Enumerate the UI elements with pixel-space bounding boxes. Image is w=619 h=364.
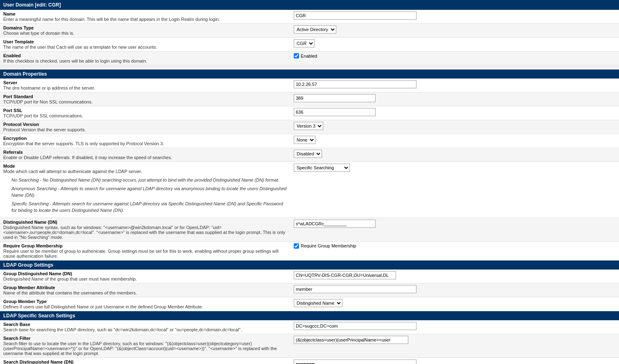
- name-row: Name Enter a meaningful name for this do…: [0, 10, 619, 24]
- ldap-group-settings-header: LDAP Group Settings: [0, 261, 619, 270]
- enabled-label: Enabled: [3, 53, 287, 58]
- ldap-specific-search-header: LDAP Specific Search Settings: [0, 311, 619, 320]
- protocol-version-input-cell: Version 2 Version 3: [290, 120, 619, 134]
- referrals-row: Referrals Enable or Disable LDAP referra…: [0, 148, 619, 162]
- group-dn-input-cell: [290, 270, 619, 283]
- server-input[interactable]: [294, 80, 416, 88]
- domains-type-label-cell: Domains Type Choose what type of domain …: [0, 24, 290, 38]
- port-standard-label-cell: Port Standard TCP/UDP port for Non SSL c…: [0, 92, 290, 106]
- user-template-row: User Template The name of the user that …: [0, 38, 619, 52]
- require-group-membership-input-cell: Require Group Membership: [290, 241, 619, 260]
- search-base-label: Search Base: [3, 322, 287, 327]
- group-member-attribute-desc: Name of the attribute that contains the …: [3, 290, 137, 295]
- group-member-type-select[interactable]: Distingished Name Username: [294, 299, 342, 307]
- port-standard-input-cell: [290, 92, 619, 106]
- user-template-desc: The name of the user that Cacti will use…: [3, 45, 157, 49]
- referrals-label: Referrals: [3, 150, 287, 155]
- referrals-select[interactable]: Disabled Enabled: [294, 150, 322, 158]
- protocol-version-label: Protocol Version: [3, 122, 287, 127]
- require-group-membership-row: Require Group Membership Require user to…: [0, 241, 619, 260]
- server-desc: The dns hostname or ip address of the se…: [3, 85, 95, 90]
- group-member-type-label-cell: Group Member Type Defines if users use f…: [0, 297, 290, 311]
- page-wrapper: User Domain [edit: CGR] Name Enter a mea…: [0, 0, 619, 364]
- search-dn-label: Search Distinguished Name (DN): [3, 360, 287, 364]
- search-filter-label: Search Filter: [3, 336, 287, 341]
- group-dn-row: Group Distinguished Name (DN) Distinguis…: [0, 270, 619, 283]
- port-ssl-label-cell: Port SSL TCP/UDP port for SSL communicat…: [0, 106, 290, 120]
- search-dn-input-cell: [290, 357, 619, 364]
- referrals-input-cell: Disabled Enabled: [290, 148, 619, 162]
- search-filter-row: Search Filter Search filter to use to lo…: [0, 334, 619, 357]
- group-member-type-row: Group Member Type Defines if users use f…: [0, 297, 619, 311]
- group-member-type-input-cell: Distingished Name Username: [290, 297, 619, 311]
- name-desc: Enter a meaningful name for this domain.…: [3, 17, 220, 22]
- search-filter-desc: Search filter to use to locate the user …: [3, 341, 277, 356]
- search-dn-input[interactable]: [294, 360, 416, 364]
- name-input-cell: [290, 10, 619, 24]
- search-filter-input[interactable]: [294, 336, 408, 344]
- port-standard-input[interactable]: [294, 94, 376, 102]
- require-group-membership-desc: Require user to be member of group to au…: [3, 249, 279, 258]
- enabled-checkbox-row: Enabled: [294, 53, 616, 58]
- distinguished-name-desc: Distinguished Name syntax, such as for w…: [3, 225, 285, 240]
- name-input[interactable]: [294, 11, 416, 20]
- enabled-row: Enabled If this checkbox is checked, use…: [0, 52, 619, 65]
- referrals-label-cell: Referrals Enable or Disable LDAP referra…: [0, 148, 290, 162]
- search-dn-row: Search Distinguished Name (DN) Distingui…: [0, 357, 619, 364]
- domains-type-input-cell: Active Directory LDAP: [290, 24, 619, 38]
- mode-select[interactable]: No Searching Anonymous Searching Specifi…: [294, 164, 350, 172]
- port-standard-label: Port Standard: [3, 94, 287, 99]
- mode-main-desc: Mode which cacti will attempt to autheni…: [3, 169, 142, 174]
- group-member-type-desc: Defines if users use full Distingished N…: [3, 304, 203, 309]
- encryption-label-cell: Encryption Encryption that the server su…: [0, 134, 290, 148]
- encryption-input-cell: None SSL TLS: [290, 134, 619, 148]
- encryption-desc: Encryption that the server supports. TLS…: [3, 141, 164, 146]
- server-row: Server The dns hostname or ip address of…: [0, 79, 619, 92]
- protocol-version-label-cell: Protocol Version Protocol Version that t…: [0, 120, 290, 134]
- require-group-membership-checkbox-row: Require Group Membership: [294, 243, 616, 249]
- group-member-attribute-label-cell: Group Member Attribute Name of the attri…: [0, 283, 290, 297]
- port-ssl-label: Port SSL: [3, 108, 287, 113]
- group-dn-desc: Distinguished Name of the group that use…: [3, 276, 137, 281]
- user-template-select[interactable]: CGR: [294, 39, 315, 47]
- port-standard-desc: TCP/UDP port for Non SSL communications.: [3, 99, 92, 104]
- page-title: User Domain [edit: CGR]: [0, 0, 619, 10]
- mode-no-searching-desc: No Searching - No Distinguished Name (DN…: [11, 177, 287, 183]
- domains-type-select[interactable]: Active Directory LDAP: [294, 25, 336, 34]
- domain-properties-header: Domain Properties: [0, 70, 619, 79]
- group-member-attribute-row: Group Member Attribute Name of the attri…: [0, 283, 619, 297]
- search-base-desc: Search base for searching the LDAP direc…: [3, 327, 242, 332]
- search-base-input[interactable]: [294, 322, 416, 330]
- group-member-attribute-label: Group Member Attribute: [3, 285, 287, 290]
- encryption-select[interactable]: None SSL TLS: [294, 136, 315, 144]
- server-label-cell: Server The dns hostname or ip address of…: [0, 79, 290, 92]
- name-label-cell: Name Enter a meaningful name for this do…: [0, 10, 290, 24]
- search-dn-label-cell: Search Distinguished Name (DN) Distingui…: [0, 357, 290, 364]
- distinguished-name-input[interactable]: [294, 220, 376, 228]
- encryption-row: Encryption Encryption that the server su…: [0, 134, 619, 148]
- domains-type-row: Domains Type Choose what type of domain …: [0, 24, 619, 38]
- require-group-membership-label: Require Group Membership: [3, 243, 287, 248]
- domains-type-desc: Choose what type of domain this is.: [3, 31, 74, 36]
- enabled-label-cell: Enabled If this checkbox is checked, use…: [0, 52, 290, 65]
- mode-anonymous-desc: Anonymous Searching - Attempts to search…: [11, 186, 287, 198]
- ldap-specific-search-table: Search Base Search base for searching th…: [0, 320, 619, 364]
- group-dn-label: Group Distinguished Name (DN): [3, 271, 287, 276]
- group-member-type-label: Group Member Type: [3, 299, 287, 304]
- require-group-membership-checkbox[interactable]: [294, 243, 299, 249]
- require-group-membership-checkbox-label: Require Group Membership: [301, 243, 356, 248]
- port-ssl-desc: TCP/UDP port for SSL communications.: [3, 113, 83, 118]
- protocol-version-select[interactable]: Version 2 Version 3: [294, 122, 323, 130]
- group-dn-input[interactable]: [294, 271, 396, 279]
- require-group-membership-label-cell: Require Group Membership Require user to…: [0, 241, 290, 260]
- protocol-version-row: Protocol Version Protocol Version that t…: [0, 120, 619, 134]
- port-ssl-input[interactable]: [294, 108, 376, 116]
- user-template-label: User Template: [3, 39, 287, 44]
- search-base-row: Search Base Search base for searching th…: [0, 320, 619, 334]
- enabled-checkbox[interactable]: [294, 53, 299, 58]
- port-ssl-input-cell: [290, 106, 619, 120]
- encryption-label: Encryption: [3, 136, 287, 141]
- mode-label-cell: Mode Mode which cacti will attempt to au…: [0, 162, 290, 218]
- domains-type-label: Domains Type: [3, 25, 287, 30]
- group-member-attribute-input[interactable]: [294, 285, 416, 293]
